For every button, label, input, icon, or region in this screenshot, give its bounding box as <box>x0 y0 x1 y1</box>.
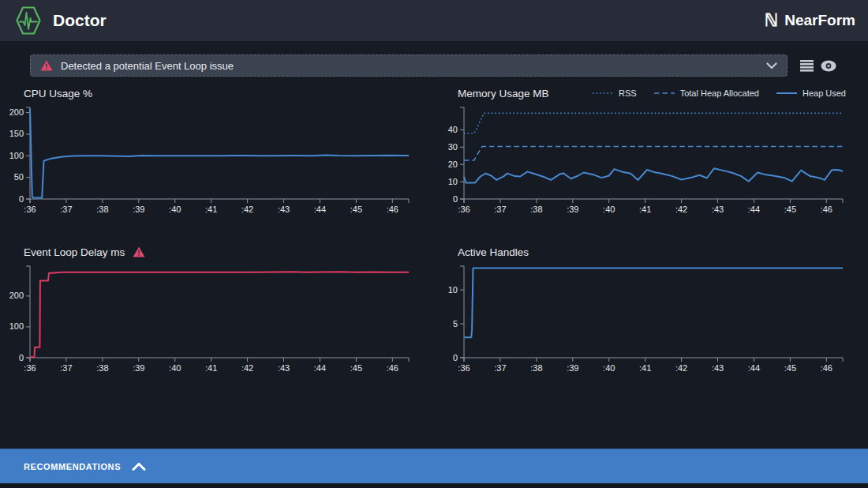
svg-text::41: :41 <box>639 363 651 373</box>
svg-text::40: :40 <box>169 363 181 373</box>
svg-text::45: :45 <box>350 363 362 373</box>
svg-text::46: :46 <box>821 205 832 214</box>
svg-text::37: :37 <box>60 205 72 214</box>
legend-item-heap-used[interactable]: Heap Used <box>776 88 846 98</box>
svg-text:10: 10 <box>448 177 458 186</box>
svg-text::46: :46 <box>821 363 832 373</box>
svg-text::38: :38 <box>96 363 108 373</box>
chart-panel-memory: Memory Usage MB RSSTotal Heap AllocatedH… <box>442 85 859 223</box>
svg-text::46: :46 <box>387 363 398 373</box>
svg-text::40: :40 <box>169 205 181 214</box>
svg-text::41: :41 <box>205 205 217 214</box>
list-view-button[interactable] <box>797 58 816 73</box>
legend-line-sample <box>776 91 797 96</box>
svg-text::38: :38 <box>530 205 542 214</box>
svg-text:10: 10 <box>448 285 458 295</box>
app-header: Doctor ℕ NearForm <box>0 0 868 41</box>
svg-text:200: 200 <box>9 107 24 117</box>
svg-text::39: :39 <box>567 205 578 214</box>
legend-item-total-heap-allocated[interactable]: Total Heap Allocated <box>654 88 759 98</box>
svg-text::37: :37 <box>494 363 506 373</box>
svg-text:150: 150 <box>9 129 24 138</box>
svg-text::41: :41 <box>205 363 217 373</box>
event-loop-delay-chart[interactable]: 0100200:36:37:38:39:40:41:42:43:44:45:46 <box>8 261 418 381</box>
legend-label: Total Heap Allocated <box>680 88 759 98</box>
svg-text::42: :42 <box>675 205 687 214</box>
warning-icon <box>40 60 53 71</box>
svg-text::42: :42 <box>675 363 687 373</box>
svg-text::44: :44 <box>314 205 326 214</box>
cpu-usage-chart[interactable]: 050100150200:36:37:38:39:40:41:42:43:44:… <box>8 103 418 223</box>
chart-title: Active Handles <box>458 246 529 258</box>
legend-label: RSS <box>619 88 637 98</box>
nearform-wordmark: NearForm <box>784 12 855 29</box>
legend-line-sample <box>654 91 675 96</box>
svg-text::43: :43 <box>278 205 290 214</box>
active-handles-chart[interactable]: 0510:36:37:38:39:40:41:42:43:44:45:46 <box>442 261 852 381</box>
svg-text::46: :46 <box>387 205 398 214</box>
svg-text:0: 0 <box>19 194 24 204</box>
eye-icon <box>821 60 836 72</box>
svg-text::43: :43 <box>278 363 290 373</box>
svg-text::45: :45 <box>784 205 796 214</box>
nearform-logo: ℕ NearForm <box>765 12 855 29</box>
chart-panel-active-handles: Active Handles 0510:36:37:38:39:40:41:42… <box>442 244 859 381</box>
app-title: Doctor <box>53 11 107 30</box>
memory-legend: RSSTotal Heap AllocatedHeap Used <box>593 88 846 98</box>
chart-panel-cpu: CPU Usage % 050100150200:36:37:38:39:40:… <box>8 85 425 223</box>
chart-title: Memory Usage MB <box>458 88 549 99</box>
svg-text:0: 0 <box>19 353 24 362</box>
svg-text:0: 0 <box>453 194 458 204</box>
svg-text::43: :43 <box>712 205 724 214</box>
svg-text:40: 40 <box>448 125 458 134</box>
svg-text::36: :36 <box>458 205 470 214</box>
svg-text::37: :37 <box>60 363 72 373</box>
svg-text::38: :38 <box>96 205 108 214</box>
svg-text::45: :45 <box>350 205 362 214</box>
svg-text::40: :40 <box>603 205 615 214</box>
svg-text::36: :36 <box>458 363 470 373</box>
svg-text::41: :41 <box>639 205 651 214</box>
recommendations-label: RECOMMENDATIONS <box>24 462 121 471</box>
recommendations-bar[interactable]: RECOMMENDATIONS <box>0 449 868 483</box>
svg-text:5: 5 <box>453 319 458 328</box>
chart-title: Event Loop Delay ms <box>24 246 125 258</box>
issue-dropdown[interactable]: Detected a potential Event Loop issue <box>30 54 788 77</box>
legend-item-rss[interactable]: RSS <box>593 88 637 98</box>
memory-usage-chart[interactable]: 010203040:36:37:38:39:40:41:42:43:44:45:… <box>442 103 852 223</box>
doctor-logo-icon <box>13 5 44 36</box>
chart-panel-event-loop-delay: Event Loop Delay ms 0100200:36:37:38:39:… <box>8 244 425 381</box>
bottom-strip <box>0 484 868 488</box>
doctor-brand: Doctor <box>13 5 107 36</box>
issue-dropdown-label: Detected a potential Event Loop issue <box>61 60 766 72</box>
svg-text::36: :36 <box>24 363 36 373</box>
chevron-up-icon <box>132 463 146 471</box>
svg-text::44: :44 <box>748 363 760 373</box>
svg-text::42: :42 <box>241 205 253 214</box>
svg-text::43: :43 <box>712 363 724 373</box>
svg-text:200: 200 <box>9 291 24 300</box>
svg-text:100: 100 <box>9 321 24 331</box>
svg-text::39: :39 <box>133 205 144 214</box>
svg-text::38: :38 <box>530 363 542 373</box>
chevron-down-icon <box>766 62 777 69</box>
svg-text::39: :39 <box>133 363 144 373</box>
svg-text::40: :40 <box>603 363 615 373</box>
svg-text::42: :42 <box>241 363 253 373</box>
svg-text:50: 50 <box>14 172 24 182</box>
visibility-button[interactable] <box>819 58 838 73</box>
svg-text::37: :37 <box>494 205 506 214</box>
svg-text:0: 0 <box>453 353 458 362</box>
svg-text:30: 30 <box>448 142 458 152</box>
svg-text::45: :45 <box>784 363 796 373</box>
legend-label: Heap Used <box>803 88 846 98</box>
nearform-n-icon: ℕ <box>765 12 779 29</box>
svg-text::44: :44 <box>314 363 326 373</box>
svg-text:100: 100 <box>9 151 24 160</box>
legend-line-sample <box>593 91 613 96</box>
list-icon <box>800 60 814 72</box>
svg-text:20: 20 <box>448 160 458 169</box>
svg-text::36: :36 <box>24 205 36 214</box>
chart-title: CPU Usage % <box>24 88 92 99</box>
warning-icon <box>133 246 145 257</box>
